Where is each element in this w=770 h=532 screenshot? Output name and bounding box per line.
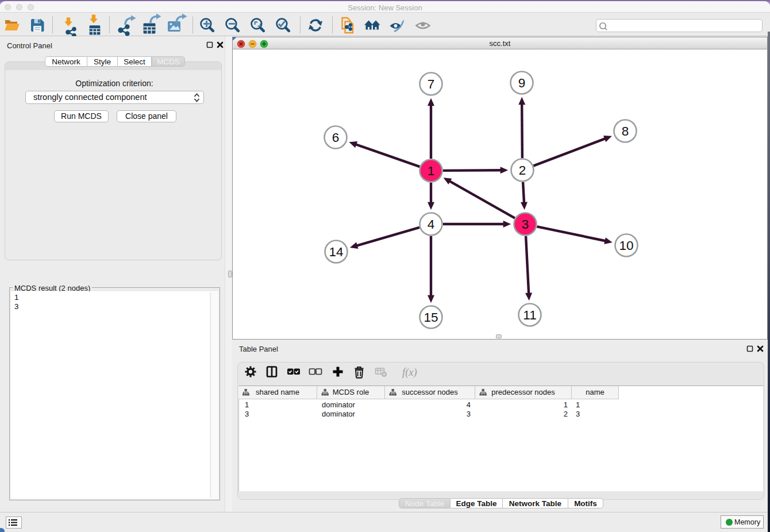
svg-text:10: 10 bbox=[619, 238, 633, 253]
svg-text:8: 8 bbox=[622, 124, 629, 138]
svg-text:6: 6 bbox=[332, 130, 340, 145]
svg-text:2: 2 bbox=[519, 163, 526, 178]
svg-text:4: 4 bbox=[428, 217, 435, 232]
svg-text:15: 15 bbox=[424, 310, 438, 325]
svg-text:7: 7 bbox=[428, 77, 435, 91]
svg-text:9: 9 bbox=[518, 76, 526, 90]
svg-text:14: 14 bbox=[329, 245, 343, 259]
svg-text:f(x): f(x) bbox=[402, 367, 417, 379]
svg-text:3: 3 bbox=[522, 217, 529, 232]
svg-text:1: 1 bbox=[428, 164, 435, 178]
svg-text:11: 11 bbox=[523, 308, 536, 322]
